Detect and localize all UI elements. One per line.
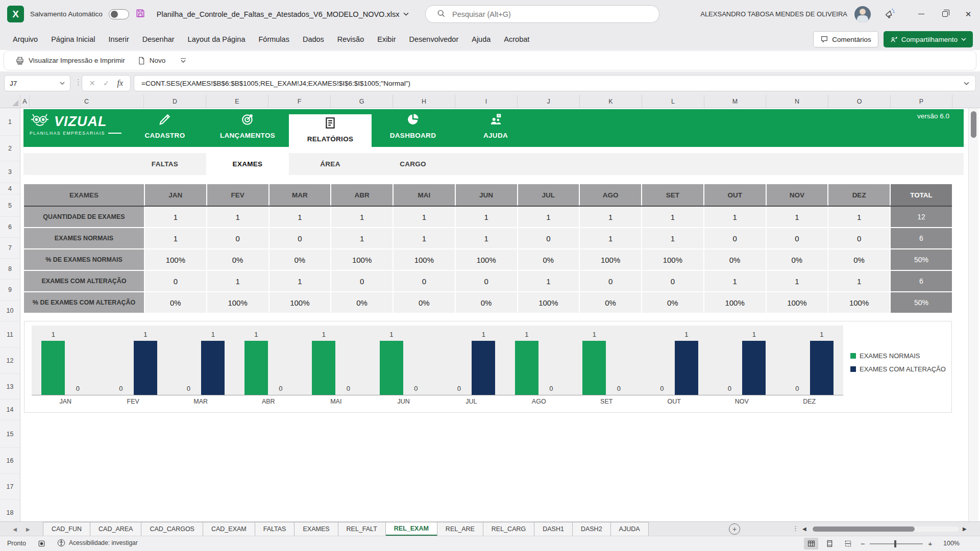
table-header-mai[interactable]: MAI [394, 184, 455, 206]
table-cell[interactable]: 0 [456, 271, 517, 291]
table-cell[interactable]: 0 [518, 228, 579, 248]
column-header-i[interactable]: I [455, 95, 518, 108]
ribbon-tab-revisao[interactable]: Revisão [331, 32, 371, 46]
select-all-corner[interactable] [0, 95, 20, 108]
table-cell[interactable]: 1 [580, 228, 641, 248]
table-cell[interactable]: 0 [145, 271, 206, 291]
sheet-tab-dash1[interactable]: DASH1 [534, 522, 573, 536]
minimize-button[interactable] [910, 0, 933, 28]
row-header-11[interactable]: 11 [0, 321, 20, 348]
table-cell[interactable]: 0 [767, 228, 828, 248]
sheet-tab-cad-fun[interactable]: CAD_FUN [43, 522, 90, 536]
ribbon-tab-acrobat[interactable]: Acrobat [497, 32, 536, 46]
table-cell[interactable]: 100% [828, 292, 890, 313]
zoom-out-button[interactable]: − [861, 539, 865, 548]
table-cell[interactable]: 0% [394, 292, 455, 313]
autosave-toggle[interactable] [109, 9, 129, 19]
sheet-tab-dash2[interactable]: DASH2 [573, 522, 611, 536]
table-cell[interactable]: 1 [767, 207, 828, 227]
table-header-dez[interactable]: DEZ [828, 184, 890, 206]
zoom-slider[interactable] [870, 543, 923, 544]
page-break-view-button[interactable] [841, 538, 855, 549]
table-cell[interactable]: 0 [580, 271, 641, 291]
column-header-e[interactable]: E [206, 95, 268, 108]
zoom-level[interactable]: 100% [943, 540, 960, 547]
table-cell[interactable]: 0 [704, 228, 766, 248]
table-total-cell[interactable]: 50% [891, 249, 952, 270]
table-cell[interactable]: 0% [704, 249, 766, 270]
column-header-h[interactable]: H [393, 95, 455, 108]
table-row-label[interactable]: QUANTIDADE DE EXAMES [24, 207, 144, 227]
close-button[interactable]: ✕ [957, 0, 980, 28]
table-cell[interactable]: 1 [394, 228, 455, 248]
table-cell[interactable]: 100% [394, 249, 455, 270]
column-header-n[interactable]: N [766, 95, 828, 108]
ribbon-tab-desenhar[interactable]: Desenhar [136, 32, 181, 46]
table-cell[interactable]: 1 [518, 207, 579, 227]
table-cell[interactable]: 0% [270, 249, 331, 270]
hscroll-left-arrow[interactable]: ◀ [802, 526, 806, 532]
table-cell[interactable]: 1 [207, 207, 268, 227]
table-header-ago[interactable]: AGO [580, 184, 641, 206]
accessibility-status[interactable]: Acessibilidade: investigar [57, 539, 138, 547]
exames-chart[interactable]: 100101101010011010010101 JANFEVMARABRMAI… [24, 321, 952, 413]
table-header-total[interactable]: TOTAL [891, 184, 952, 206]
row-header-17[interactable]: 17 [0, 474, 20, 500]
table-total-cell[interactable]: 6 [891, 271, 952, 291]
nav-tab-lancamentos[interactable]: LANÇAMENTOS [206, 109, 289, 147]
nav-tab-relatorios[interactable]: RELATÓRIOS [289, 114, 372, 147]
table-cell[interactable]: 1 [642, 228, 703, 248]
ribbon-tab-dados[interactable]: Dados [296, 32, 331, 46]
row-header-4[interactable]: 4 [0, 183, 20, 194]
table-cell[interactable]: 0 [207, 228, 268, 248]
ribbon-tab-inserir[interactable]: Inserir [102, 32, 135, 46]
legend-item-exames-normais[interactable]: EXAMES NORMAIS [850, 352, 946, 360]
avatar[interactable] [854, 6, 871, 22]
expand-formula-bar-icon[interactable] [964, 82, 969, 85]
table-cell[interactable]: 0% [207, 249, 268, 270]
table-cell[interactable]: 1 [456, 207, 517, 227]
table-cell[interactable]: 1 [642, 207, 703, 227]
document-title[interactable]: Planilha_de_Controle_de_Faltas_e_Atestad… [157, 10, 409, 18]
nav-tab-cadastro[interactable]: CADASTRO [124, 109, 206, 147]
table-cell[interactable]: 1 [456, 228, 517, 248]
ribbon-tab-desenvolvedor[interactable]: Desenvolvedor [402, 32, 465, 46]
cancel-entry-icon[interactable]: ✕ [89, 79, 95, 87]
table-total-cell[interactable]: 6 [891, 228, 952, 248]
table-cell[interactable]: 0% [331, 292, 393, 313]
megaphone-icon[interactable] [884, 8, 895, 21]
table-header-jul[interactable]: JUL [518, 184, 579, 206]
row-header-13[interactable]: 13 [0, 374, 20, 399]
sheet-tab-cad-cargos[interactable]: CAD_CARGOS [141, 522, 203, 536]
table-header-jun[interactable]: JUN [456, 184, 517, 206]
row-header-9[interactable]: 9 [0, 280, 20, 300]
column-header-d[interactable]: D [144, 95, 206, 108]
zoom-slider-thumb[interactable] [894, 540, 896, 547]
sheet-tab-rel-are[interactable]: REL_ARE [437, 522, 483, 536]
table-cell[interactable]: 100% [207, 292, 268, 313]
search-input[interactable] [451, 10, 625, 19]
normal-view-button[interactable] [804, 538, 818, 549]
column-header-p[interactable]: P [891, 95, 952, 108]
sheet-tab-rel-exam[interactable]: REL_EXAM [386, 522, 437, 536]
sheet-tab-exames[interactable]: EXAMES [295, 522, 338, 536]
ribbon-tab-ajuda[interactable]: Ajuda [465, 32, 497, 46]
table-row-label[interactable]: % DE EXAMES NORMAIS [24, 249, 144, 270]
sheet-tab-rel-falt[interactable]: REL_FALT [338, 522, 386, 536]
chart-legend[interactable]: EXAMES NORMAISEXAMES COM ALTERAÇÃO [850, 352, 946, 373]
table-cell[interactable]: 100% [331, 249, 393, 270]
table-header-set[interactable]: SET [642, 184, 703, 206]
ribbon-tab-formulas[interactable]: Fórmulas [252, 32, 296, 46]
row-header-10[interactable]: 10 [0, 300, 20, 321]
hscroll-right-arrow[interactable]: ▶ [963, 526, 967, 532]
row-header-16[interactable]: 16 [0, 448, 20, 474]
column-header-g[interactable]: G [331, 95, 393, 108]
sheet-nav-left-icon[interactable]: ◀ [13, 527, 17, 532]
column-header-k[interactable]: K [580, 95, 642, 108]
table-cell[interactable]: 100% [145, 249, 206, 270]
table-cell[interactable]: 0% [767, 249, 828, 270]
table-cell[interactable]: 100% [704, 292, 766, 313]
nav-tab-ajuda[interactable]: ?AJUDA [454, 109, 537, 147]
subnav-tab-cargo[interactable]: CARGO [372, 153, 454, 175]
table-row-label[interactable]: EXAMES COM ALTERAÇÃO [24, 271, 144, 291]
